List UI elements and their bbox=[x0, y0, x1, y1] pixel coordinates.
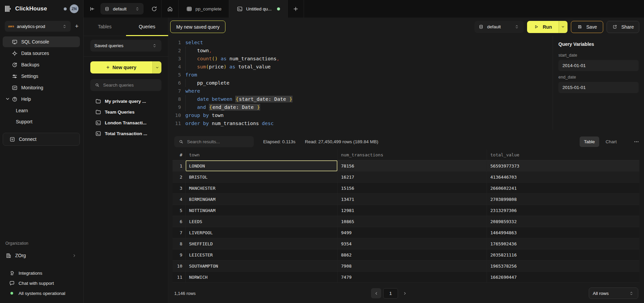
table-cell[interactable]: LEICESTER bbox=[185, 249, 337, 260]
table-cell[interactable]: LONDON bbox=[185, 160, 337, 171]
table-cell[interactable]: LIVERPOOL bbox=[185, 227, 337, 238]
column-header-town[interactable]: town bbox=[185, 149, 337, 160]
share-button[interactable]: Share bbox=[607, 21, 639, 33]
row-index-cell[interactable]: 11 bbox=[173, 272, 185, 282]
table-cell[interactable]: LEEDS bbox=[185, 216, 337, 227]
row-index-cell[interactable]: 3 bbox=[173, 183, 185, 193]
refresh-icon bbox=[151, 6, 157, 12]
row-index-cell[interactable]: 5 bbox=[173, 205, 185, 216]
query-search-input[interactable] bbox=[103, 83, 158, 88]
run-button[interactable]: Run bbox=[527, 21, 558, 33]
table-cell[interactable]: 8862 bbox=[337, 249, 487, 260]
table-cell[interactable]: SOUTHAMPTON bbox=[185, 261, 337, 271]
sidebar-subitem-learn[interactable]: Learn bbox=[0, 105, 83, 116]
table-cell[interactable]: 9354 bbox=[337, 238, 487, 249]
table-cell[interactable]: 15156 bbox=[337, 183, 487, 193]
saved-query-total-transaction[interactable]: Total Transaction ... bbox=[84, 128, 168, 139]
view-button-table[interactable]: Table bbox=[580, 137, 599, 147]
run-options-button[interactable] bbox=[558, 21, 568, 33]
results-search-input[interactable] bbox=[187, 139, 250, 144]
sidebar-footer-chat-with-support[interactable]: Chat with support bbox=[0, 278, 83, 288]
user-avatar[interactable]: ZN bbox=[70, 4, 79, 13]
page-number-input[interactable]: 1 bbox=[383, 288, 398, 299]
table-cell[interactable]: 7479 bbox=[337, 272, 487, 282]
row-index-cell[interactable]: 2 bbox=[173, 172, 185, 182]
refresh-button[interactable] bbox=[147, 0, 161, 18]
saved-query-my-private-query[interactable]: My private query ... bbox=[84, 96, 168, 107]
table-cell[interactable]: 1965378256 bbox=[487, 261, 639, 271]
organization-switcher[interactable]: ZOrg bbox=[3, 250, 80, 261]
row-index-cell[interactable]: 7 bbox=[173, 227, 185, 238]
table-cell[interactable]: 10865 bbox=[337, 216, 487, 227]
sidebar-item-sql-console[interactable]: SQL Console bbox=[3, 36, 80, 47]
table-cell[interactable]: MANCHESTER bbox=[185, 183, 337, 193]
browser-tab-tables[interactable]: Tables bbox=[84, 18, 126, 36]
prev-page-button[interactable] bbox=[371, 288, 381, 298]
sidebar-item-settings[interactable]: Settings bbox=[3, 71, 80, 82]
table-cell[interactable]: 1662690447 bbox=[487, 272, 639, 282]
saved-query-team-queries[interactable]: Team Queries bbox=[84, 107, 168, 117]
table-cell[interactable]: 13471 bbox=[337, 194, 487, 205]
row-index-cell[interactable]: 4 bbox=[173, 194, 185, 205]
table-cell[interactable]: 16217 bbox=[337, 172, 487, 182]
results-menu-button[interactable] bbox=[633, 139, 639, 145]
notification-dot-icon[interactable] bbox=[64, 7, 67, 10]
row-index-cell[interactable]: 6 bbox=[173, 216, 185, 227]
table-cell[interactable]: 4136446703 bbox=[487, 172, 639, 182]
sidebar-item-backups[interactable]: Backups bbox=[3, 59, 80, 70]
connect-button[interactable]: Connect bbox=[3, 133, 80, 146]
page-size-selector[interactable]: All rows bbox=[589, 287, 638, 299]
table-cell[interactable]: BIRMINGHAM bbox=[185, 194, 337, 205]
sidebar-footer-integrations[interactable]: Integrations bbox=[0, 268, 83, 278]
table-cell[interactable]: 2035821116 bbox=[487, 249, 639, 260]
editor-database-selector[interactable]: default bbox=[474, 21, 524, 33]
table-cell[interactable]: 1765902436 bbox=[487, 238, 639, 249]
saved-query-london-transacti[interactable]: London Transacti... bbox=[84, 117, 168, 128]
row-index-cell[interactable]: 9 bbox=[173, 249, 185, 260]
sidebar-item-help[interactable]: Help bbox=[3, 94, 80, 104]
view-button-chart[interactable]: Chart bbox=[601, 137, 621, 147]
save-button[interactable]: Save bbox=[571, 21, 603, 33]
add-service-button[interactable]: + bbox=[75, 23, 79, 29]
column-header-total-value[interactable]: total_value bbox=[487, 149, 639, 160]
sql-editor[interactable]: 1234567891011 select town, count() as nu… bbox=[169, 36, 553, 130]
column-header-index[interactable]: # bbox=[173, 149, 185, 160]
saved-queries-filter[interactable]: Saved queries bbox=[90, 40, 161, 52]
workspace-tab-pp-complete[interactable]: pp_complete bbox=[179, 0, 229, 18]
table-cell[interactable]: 2660602241 bbox=[487, 183, 639, 193]
next-page-button[interactable] bbox=[400, 290, 409, 296]
database-selector[interactable]: default bbox=[100, 3, 144, 14]
variable-input-start-date[interactable] bbox=[558, 60, 639, 71]
table-cell[interactable]: BRISTOL bbox=[185, 172, 337, 182]
table-cell[interactable]: 2703899808 bbox=[487, 194, 639, 205]
row-index-cell[interactable]: 8 bbox=[173, 238, 185, 249]
table-cell[interactable]: 12981 bbox=[337, 205, 487, 216]
home-button[interactable] bbox=[161, 0, 178, 18]
sidebar-subitem-support[interactable]: Support bbox=[0, 116, 83, 127]
workspace-tab-untitled-qu[interactable]: Untitled qu... bbox=[229, 0, 288, 18]
sidebar-item-data-sources[interactable]: Data sources bbox=[3, 48, 80, 59]
table-cell[interactable]: NORWICH bbox=[185, 272, 337, 282]
collapse-sidebar-button[interactable] bbox=[84, 0, 100, 18]
column-header-num-transactions[interactable]: num_transactions bbox=[337, 149, 487, 160]
table-cell[interactable]: 78156 bbox=[337, 160, 487, 171]
variable-input-end-date[interactable] bbox=[558, 82, 639, 93]
table-cell[interactable]: SHEFFIELD bbox=[185, 238, 337, 249]
table-cell[interactable]: 7908 bbox=[337, 261, 487, 271]
service-selector[interactable]: aws analytics-prod bbox=[5, 21, 71, 32]
browser-tab-queries[interactable]: Queries bbox=[126, 18, 168, 36]
sidebar-footer-all-systems-operational[interactable]: All systems operational bbox=[0, 288, 83, 298]
table-cell[interactable]: NOTTINGHAM bbox=[185, 205, 337, 216]
table-cell[interactable]: 2313297306 bbox=[487, 205, 639, 216]
table-cell[interactable]: 2089859332 bbox=[487, 216, 639, 227]
table-cell[interactable]: 9499 bbox=[337, 227, 487, 238]
active-query-tab[interactable]: My new saved query bbox=[170, 21, 225, 33]
row-index-cell[interactable]: 10 bbox=[173, 261, 185, 271]
new-tab-button[interactable] bbox=[288, 0, 304, 18]
table-cell[interactable]: 56593977373 bbox=[487, 160, 639, 171]
table-cell[interactable]: 1464994863 bbox=[487, 227, 639, 238]
new-query-button[interactable]: + New query bbox=[90, 61, 152, 73]
new-query-menu-button[interactable] bbox=[152, 61, 161, 73]
sidebar-item-monitoring[interactable]: Monitoring bbox=[3, 82, 80, 93]
row-index-cell[interactable]: 1 bbox=[173, 160, 185, 171]
